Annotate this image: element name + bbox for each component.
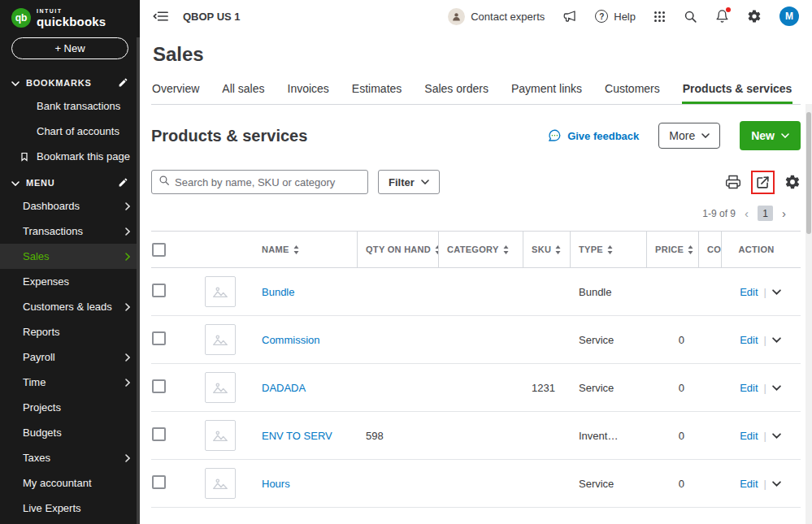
company-name[interactable]: QBOP US 1 <box>183 11 241 23</box>
tab[interactable]: Overview <box>151 77 200 104</box>
scrollbar-thumb[interactable] <box>806 112 811 234</box>
product-name-link[interactable]: Commission <box>262 334 320 346</box>
bookmark-item[interactable]: Chart of accounts <box>0 119 140 144</box>
edit-pencil-icon[interactable] <box>118 177 128 188</box>
row-checkbox[interactable] <box>152 379 166 393</box>
table-row: ENV TO SERV 598 Invent… 0 Edit | <box>151 412 801 460</box>
chevron-down-icon[interactable] <box>772 433 781 439</box>
settings-gear-icon[interactable] <box>747 9 762 24</box>
chevron-down-icon[interactable] <box>772 337 781 343</box>
bookmark-icon <box>20 151 31 162</box>
edit-link[interactable]: Edit <box>740 286 758 298</box>
sidebar-menu-item[interactable]: Transactions <box>0 219 140 244</box>
select-all-checkbox[interactable] <box>152 243 166 257</box>
menu-section-header[interactable]: MENU <box>0 169 140 193</box>
tab[interactable]: Estimates <box>351 77 402 104</box>
sidebar-menu-item[interactable]: My accountant <box>0 470 140 496</box>
announcements-icon[interactable] <box>562 9 577 24</box>
sidebar-menu-item[interactable]: Projects <box>0 395 140 420</box>
bookmarks-header-label: BOOKMARKS <box>26 78 92 88</box>
row-checkbox[interactable] <box>152 475 166 489</box>
tab[interactable]: Invoices <box>287 77 330 104</box>
sidebar-menu-item[interactable]: Budgets <box>0 420 140 445</box>
sidebar-menu-item[interactable]: Customers & leads <box>0 294 140 319</box>
column-header[interactable]: CATEGORY <box>439 232 523 267</box>
new-button[interactable]: New <box>740 121 801 150</box>
menu-item-label: Expenses <box>23 275 69 288</box>
edit-link[interactable]: Edit <box>740 382 758 394</box>
more-button[interactable]: More <box>658 123 720 149</box>
help-button[interactable]: ? Help <box>595 10 636 23</box>
row-checkbox[interactable] <box>152 284 166 297</box>
bookmark-item[interactable]: Bookmark this page <box>0 144 140 169</box>
tab[interactable]: Sales orders <box>423 77 489 104</box>
notifications-bell-icon[interactable] <box>715 9 729 24</box>
give-feedback-link[interactable]: Give feedback <box>547 128 639 143</box>
sidebar-menu-item[interactable]: Sales <box>0 244 140 269</box>
column-header[interactable]: SKU <box>523 232 571 267</box>
filter-button[interactable]: Filter <box>378 170 440 194</box>
chevron-down-icon <box>11 178 20 188</box>
edit-link[interactable]: Edit <box>740 478 758 490</box>
pagination: 1-9 of 9 ‹ 1 › <box>151 206 801 221</box>
user-avatar[interactable]: M <box>779 6 799 26</box>
row-checkbox[interactable] <box>152 331 166 345</box>
column-header[interactable]: COST <box>699 232 722 267</box>
product-name-link[interactable]: Hours <box>262 478 290 490</box>
sidebar-menu-item[interactable]: Dashboards <box>0 193 140 219</box>
tab[interactable]: Products & services <box>682 77 793 104</box>
products-table: NAME QTY ON HAND <box>151 231 801 508</box>
column-header[interactable]: NAME <box>254 232 358 267</box>
sidebar-menu-item[interactable]: Reports <box>0 319 140 344</box>
column-header[interactable]: TYPE <box>571 232 647 267</box>
row-checkbox[interactable] <box>152 427 166 441</box>
product-name-link[interactable]: DADADA <box>262 382 306 394</box>
action-separator: | <box>764 478 766 490</box>
chevron-right-icon <box>125 253 130 261</box>
new-button-sidebar[interactable]: + New <box>11 37 128 59</box>
more-button-label: More <box>669 129 695 142</box>
pagination-next-button[interactable]: › <box>782 207 786 219</box>
tab[interactable]: Customers <box>604 77 661 104</box>
product-name-link[interactable]: ENV TO SERV <box>262 430 332 442</box>
chevron-down-icon <box>11 78 20 88</box>
vertical-scrollbar[interactable] <box>805 104 812 524</box>
chevron-down-icon[interactable] <box>772 481 781 487</box>
pagination-current-page[interactable]: 1 <box>758 206 773 221</box>
chevron-right-icon <box>125 303 130 311</box>
table-body: Bundle Bundle Edit | <box>151 268 801 508</box>
column-header[interactable]: QTY ON HAND <box>358 232 439 267</box>
bookmark-item[interactable]: Bank transactions <box>0 93 140 119</box>
edit-link[interactable]: Edit <box>740 430 758 442</box>
search-icon[interactable] <box>684 10 697 24</box>
contact-experts-button[interactable]: Contact experts <box>448 8 545 25</box>
tab[interactable]: Payment links <box>510 77 583 104</box>
print-icon[interactable] <box>725 174 741 190</box>
sidebar-menu-item[interactable]: Live Experts <box>0 496 140 521</box>
menu-item-label: Taxes <box>23 452 50 464</box>
edit-link[interactable]: Edit <box>740 334 758 346</box>
price-cell: 0 <box>647 334 699 346</box>
pagination-prev-button[interactable]: ‹ <box>745 207 749 219</box>
export-icon[interactable] <box>755 175 771 190</box>
column-header-label: TYPE <box>579 245 603 254</box>
product-name-link[interactable]: Bundle <box>262 286 294 298</box>
chevron-down-icon[interactable] <box>772 385 781 391</box>
apps-grid-icon[interactable] <box>654 11 666 23</box>
sidebar-menu-item[interactable]: Time <box>0 370 140 395</box>
sidebar-menu-item[interactable]: Taxes <box>0 445 140 470</box>
sidebar-menu-item[interactable]: Payroll <box>0 344 140 370</box>
give-feedback-label: Give feedback <box>567 130 639 142</box>
sidebar-menu-item[interactable]: Expenses <box>0 269 140 294</box>
column-header[interactable]: ACTION <box>722 232 801 267</box>
search-input[interactable] <box>175 176 361 188</box>
collapse-sidebar-icon[interactable] <box>153 11 168 22</box>
intuit-label: INTUIT <box>37 8 106 14</box>
column-header[interactable]: PRICE <box>647 232 699 267</box>
table-settings-gear-icon[interactable] <box>784 174 801 190</box>
chevron-down-icon[interactable] <box>772 289 781 295</box>
tab[interactable]: All sales <box>221 77 265 104</box>
edit-pencil-icon[interactable] <box>118 77 128 88</box>
bookmarks-section-header[interactable]: BOOKMARKS <box>0 69 140 93</box>
question-icon: ? <box>595 10 608 23</box>
